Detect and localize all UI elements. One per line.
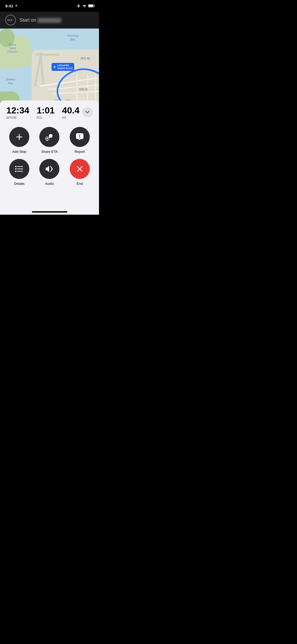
share-eta-icon xyxy=(44,132,54,141)
report-circle xyxy=(70,127,90,147)
svg-rect-1 xyxy=(88,5,93,7)
end-circle xyxy=(70,159,90,179)
exclamation-bubble-icon xyxy=(75,132,84,141)
share-eta-button[interactable]: Share ETA xyxy=(36,127,62,154)
svg-point-13 xyxy=(79,138,80,139)
svg-point-16 xyxy=(15,168,17,170)
status-icons xyxy=(77,4,95,8)
battery-icon xyxy=(88,4,95,7)
svg-point-3 xyxy=(7,19,9,21)
bottom-panel: 12:34 arrival 1:01 hrs 40.4 mi xyxy=(0,100,99,215)
actions-grid: Add Stop Share ETA xyxy=(6,127,93,186)
share-eta-label: Share ETA xyxy=(41,150,58,154)
stats-left: 12:34 arrival 1:01 hrs 40.4 mi xyxy=(6,106,79,119)
report-label: Report xyxy=(74,150,85,154)
speaker-icon xyxy=(45,165,54,173)
arrival-value: 12:34 xyxy=(6,106,29,115)
distance-stat: 40.4 mi xyxy=(62,106,79,119)
duration-value: 1:01 xyxy=(37,106,55,115)
audio-label: Audio xyxy=(45,182,54,186)
wifi-icon xyxy=(82,4,87,7)
start-on-text: Start on xyxy=(20,17,36,23)
audio-button[interactable]: Audio xyxy=(36,159,62,186)
location-arrow-icon xyxy=(15,4,17,7)
details-label: Details xyxy=(14,182,25,186)
route-path-svg xyxy=(0,29,99,113)
arrival-stat: 12:34 arrival xyxy=(6,106,29,119)
report-button[interactable]: Report xyxy=(67,127,93,154)
airplane-mode-icon xyxy=(77,4,81,8)
chevron-down-icon xyxy=(85,111,89,113)
plus-icon xyxy=(15,133,23,141)
end-button[interactable]: End xyxy=(67,159,93,186)
status-time: 9:41 xyxy=(5,4,17,8)
blurred-route-text xyxy=(37,18,61,23)
map-area: LaGuardiaAirport (LGA) FlushingBay Riker… xyxy=(0,29,99,113)
duration-label: hrs xyxy=(37,115,55,119)
duration-stat: 1:01 hrs xyxy=(37,106,55,119)
details-button[interactable]: Details xyxy=(6,159,32,186)
add-stop-button[interactable]: Add Stop xyxy=(6,127,32,154)
expand-collapse-button[interactable] xyxy=(82,107,93,117)
banner-text: Start on xyxy=(20,17,61,23)
svg-point-14 xyxy=(15,166,17,167)
add-stop-circle xyxy=(9,127,29,147)
audio-circle xyxy=(39,159,59,179)
x-icon xyxy=(76,165,84,173)
add-stop-label: Add Stop xyxy=(12,150,26,154)
end-label: End xyxy=(77,182,83,186)
map-background: LaGuardiaAirport (LGA) FlushingBay Riker… xyxy=(0,29,99,113)
status-bar: 9:41 xyxy=(0,0,99,12)
home-indicator xyxy=(32,211,67,213)
route-icon xyxy=(5,15,16,25)
share-eta-circle xyxy=(39,127,59,147)
arrival-label: arrival xyxy=(6,115,29,119)
distance-label: mi xyxy=(62,115,79,119)
svg-rect-2 xyxy=(94,5,95,6)
list-icon xyxy=(15,165,24,173)
distance-value: 40.4 xyxy=(62,106,79,115)
time-display: 9:41 xyxy=(5,4,13,8)
details-circle xyxy=(9,159,29,179)
top-banner[interactable]: Start on xyxy=(0,12,99,29)
svg-point-18 xyxy=(15,171,17,172)
stats-row: 12:34 arrival 1:01 hrs 40.4 mi xyxy=(6,106,93,119)
dot-arrow-icon xyxy=(7,18,14,22)
